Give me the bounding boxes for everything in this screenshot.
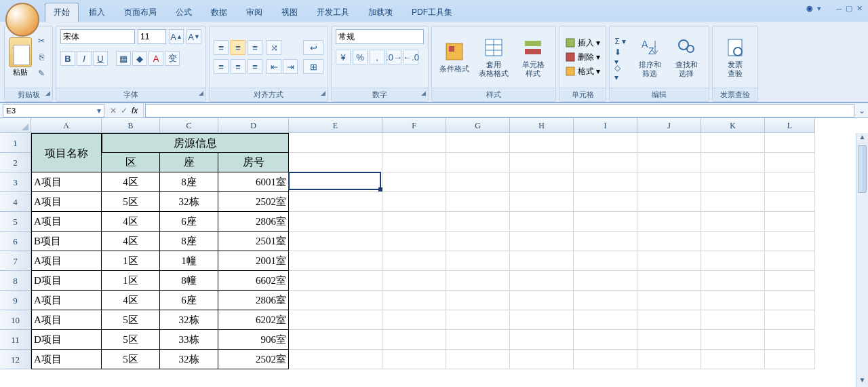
row-header-11[interactable]: 11 (0, 330, 31, 350)
cell-B3[interactable]: 4区 (102, 172, 160, 192)
cell-G8[interactable] (446, 271, 510, 291)
cell-I3[interactable] (574, 172, 637, 192)
cell-I5[interactable] (574, 212, 637, 232)
cell-J9[interactable] (637, 291, 701, 310)
phonetic-icon[interactable]: 变 (165, 51, 180, 66)
cell-F3[interactable] (382, 172, 446, 192)
cell-J5[interactable] (637, 212, 701, 232)
confirm-formula-icon[interactable]: ✓ (121, 106, 127, 115)
paste-icon[interactable] (9, 37, 32, 67)
align-launcher-icon[interactable]: ◢ (321, 90, 326, 96)
cell-F6[interactable] (382, 232, 446, 251)
cell-K3[interactable] (701, 172, 765, 192)
cell-B7[interactable]: 1区 (102, 251, 160, 271)
increase-decimal-icon[interactable]: .0→ (387, 50, 401, 64)
cell-G6[interactable] (446, 232, 510, 251)
insert-cells-button[interactable]: 插入 ▾ (564, 37, 601, 50)
cell-F10[interactable] (382, 310, 446, 330)
cell-J4[interactable] (637, 192, 701, 212)
cell-A7[interactable]: A项目 (31, 251, 102, 271)
merge-cells-icon[interactable]: ⊞ (303, 59, 323, 74)
cell-B5[interactable]: 4区 (102, 212, 160, 232)
col-header-B[interactable]: B (102, 118, 160, 133)
align-top-icon[interactable]: ≡ (214, 40, 229, 55)
cell-H3[interactable] (510, 172, 574, 192)
cut-icon[interactable]: ✂ (35, 34, 48, 48)
number-format-select[interactable] (336, 29, 424, 44)
cell-A3[interactable]: A项目 (31, 172, 102, 192)
window-close-icon[interactable]: ✕ (856, 4, 863, 13)
cell-H5[interactable] (510, 212, 574, 232)
help-icon[interactable]: ◉ (806, 4, 813, 13)
cell-J6[interactable] (637, 232, 701, 251)
cell-D7[interactable]: 2001室 (218, 251, 289, 271)
cell-K7[interactable] (701, 251, 765, 271)
cell-J7[interactable] (637, 251, 701, 271)
cell-D11[interactable]: 906室 (218, 330, 289, 350)
cell-L2[interactable] (765, 153, 815, 172)
cell-F5[interactable] (382, 212, 446, 232)
decrease-font-icon[interactable]: A▼ (186, 29, 201, 44)
cell-D6[interactable]: 2501室 (218, 232, 289, 251)
cell-E3[interactable] (289, 172, 382, 192)
row-header-8[interactable]: 8 (0, 271, 31, 291)
cell-E6[interactable] (289, 232, 382, 251)
cell-C9[interactable]: 6座 (160, 291, 218, 310)
cell-J10[interactable] (637, 310, 701, 330)
cell-D8[interactable]: 6602室 (218, 271, 289, 291)
row-header-5[interactable]: 5 (0, 212, 31, 232)
cell-I9[interactable] (574, 291, 637, 310)
tab-开始[interactable]: 开始 (45, 3, 79, 22)
cell-C8[interactable]: 8幢 (160, 271, 218, 291)
cell-E4[interactable] (289, 192, 382, 212)
cell-A11[interactable]: D项目 (31, 330, 102, 350)
cell-F9[interactable] (382, 291, 446, 310)
cell-H2[interactable] (510, 153, 574, 172)
cell-A4[interactable]: A项目 (31, 192, 102, 212)
format-as-table-button[interactable]: 套用 表格格式 (475, 35, 512, 80)
cell-B1[interactable]: 房源信息 (102, 133, 289, 153)
col-header-F[interactable]: F (382, 118, 446, 133)
cell-E7[interactable] (289, 251, 382, 271)
align-middle-icon[interactable]: ≡ (231, 40, 245, 55)
cell-L7[interactable] (765, 251, 815, 271)
cell-H11[interactable] (510, 330, 574, 350)
fill-color-icon[interactable]: ◆ (132, 51, 147, 66)
cell-G7[interactable] (446, 251, 510, 271)
cell-G3[interactable] (446, 172, 510, 192)
row-header-6[interactable]: 6 (0, 232, 31, 251)
cell-G9[interactable] (446, 291, 510, 310)
col-header-D[interactable]: D (218, 118, 289, 133)
cell-J11[interactable] (637, 330, 701, 350)
cell-K9[interactable] (701, 291, 765, 310)
cell-A10[interactable]: A项目 (31, 310, 102, 330)
worksheet[interactable]: ABCDEFGHIJKL 123456789101112 项目名称房源信息区座房… (0, 118, 868, 387)
tab-插入[interactable]: 插入 (80, 3, 114, 22)
cell-D9[interactable]: 2806室 (218, 291, 289, 310)
cell-B2[interactable]: 区 (102, 153, 160, 172)
cell-E1[interactable] (289, 133, 382, 153)
cell-D10[interactable]: 6202室 (218, 310, 289, 330)
row-header-12[interactable]: 12 (0, 350, 31, 369)
cell-H8[interactable] (510, 271, 574, 291)
office-button[interactable] (5, 3, 39, 37)
cell-L3[interactable] (765, 172, 815, 192)
cell-G1[interactable] (446, 133, 510, 153)
number-launcher-icon[interactable]: ◢ (421, 90, 426, 96)
cell-B6[interactable]: 4区 (102, 232, 160, 251)
align-center-icon[interactable]: ≡ (231, 59, 245, 74)
cell-G11[interactable] (446, 330, 510, 350)
comma-format-icon[interactable]: , (370, 50, 384, 64)
col-header-E[interactable]: E (289, 118, 382, 133)
cell-G4[interactable] (446, 192, 510, 212)
name-box[interactable]: E3 ▾ (3, 104, 104, 117)
vertical-scrollbar[interactable]: ▲ ▼ (856, 133, 868, 387)
cell-A8[interactable]: D项目 (31, 271, 102, 291)
cell-F7[interactable] (382, 251, 446, 271)
clear-icon[interactable]: ◇ ▾ (614, 66, 627, 79)
cell-H12[interactable] (510, 350, 574, 369)
col-header-A[interactable]: A (31, 118, 102, 133)
cell-L9[interactable] (765, 291, 815, 310)
cell-K5[interactable] (701, 212, 765, 232)
row-header-3[interactable]: 3 (0, 172, 31, 192)
